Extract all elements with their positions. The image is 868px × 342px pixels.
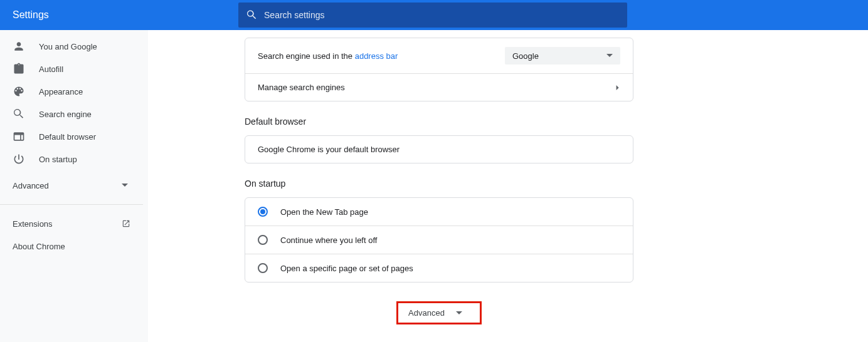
sidebar-advanced-label: Advanced — [13, 181, 49, 190]
sidebar-item-extensions[interactable]: Extensions — [0, 212, 148, 235]
default-browser-row: Google Chrome is your default browser — [245, 136, 633, 163]
sidebar-item-on-startup[interactable]: On startup — [0, 148, 148, 170]
header: Settings — [0, 0, 868, 30]
open-external-icon — [122, 219, 130, 228]
search-container[interactable] — [238, 3, 627, 28]
search-engine-card: Search engine used in the address bar Go… — [245, 38, 633, 101]
palette-icon — [13, 85, 25, 98]
sidebar-extensions-label: Extensions — [13, 219, 53, 229]
default-browser-title: Default browser — [245, 117, 633, 127]
startup-option-label: Open the New Tab page — [280, 207, 368, 217]
chevron-down-icon — [456, 310, 462, 316]
radio-icon — [258, 235, 268, 245]
search-engine-row: Search engine used in the address bar Go… — [245, 38, 633, 73]
on-startup-card: Open the New Tab page Continue where you… — [245, 197, 633, 282]
search-engine-selected: Google — [512, 51, 539, 61]
search-icon — [246, 9, 258, 21]
sidebar-item-autofill[interactable]: Autofill — [0, 58, 148, 80]
chevron-right-icon — [615, 85, 620, 90]
clipboard-icon — [13, 63, 25, 75]
on-startup-title: On startup — [245, 179, 633, 189]
power-icon — [13, 153, 25, 165]
search-input[interactable] — [264, 10, 620, 20]
radio-icon — [258, 207, 268, 217]
advanced-button-label: Advanced — [408, 308, 445, 318]
sidebar-item-label: On startup — [39, 155, 77, 164]
default-browser-card: Google Chrome is your default browser — [245, 135, 633, 163]
search-icon — [13, 108, 25, 120]
sidebar-item-label: Autofill — [39, 65, 63, 74]
sidebar-item-you-and-google[interactable]: You and Google — [0, 35, 148, 58]
startup-option-continue[interactable]: Continue where you left off — [245, 225, 633, 254]
address-bar-link[interactable]: address bar — [355, 51, 398, 61]
search-engine-select[interactable]: Google — [505, 47, 620, 65]
sidebar: You and Google Autofill Appearance Searc… — [0, 30, 148, 342]
divider — [0, 204, 143, 205]
chevron-down-icon — [122, 182, 128, 189]
sidebar-advanced-toggle[interactable]: Advanced — [0, 174, 148, 197]
search-engine-label: Search engine used in the address bar — [258, 51, 398, 61]
main: Search engine used in the address bar Go… — [148, 30, 868, 342]
sidebar-item-appearance[interactable]: Appearance — [0, 80, 148, 103]
sidebar-about-label: About Chrome — [13, 242, 65, 251]
sidebar-item-label: Default browser — [39, 132, 96, 142]
sidebar-item-label: You and Google — [39, 42, 97, 51]
default-browser-text: Google Chrome is your default browser — [258, 145, 400, 154]
startup-option-label: Open a specific page or set of pages — [280, 264, 413, 273]
sidebar-item-default-browser[interactable]: Default browser — [0, 125, 148, 148]
startup-option-new-tab[interactable]: Open the New Tab page — [245, 198, 633, 225]
sidebar-item-search-engine[interactable]: Search engine — [0, 103, 148, 125]
browser-icon — [13, 130, 25, 143]
person-icon — [13, 40, 25, 53]
startup-option-label: Continue where you left off — [280, 236, 377, 245]
chevron-down-icon — [606, 53, 613, 59]
advanced-button[interactable]: Advanced — [396, 301, 482, 324]
page-title: Settings — [10, 9, 148, 21]
radio-icon — [258, 263, 268, 273]
sidebar-item-label: Appearance — [39, 87, 83, 96]
manage-search-engines-row[interactable]: Manage search engines — [245, 73, 633, 101]
startup-option-specific[interactable]: Open a specific page or set of pages — [245, 254, 633, 282]
sidebar-item-label: Search engine — [39, 110, 92, 119]
manage-search-engines-label: Manage search engines — [258, 83, 345, 92]
sidebar-item-about[interactable]: About Chrome — [0, 235, 148, 257]
